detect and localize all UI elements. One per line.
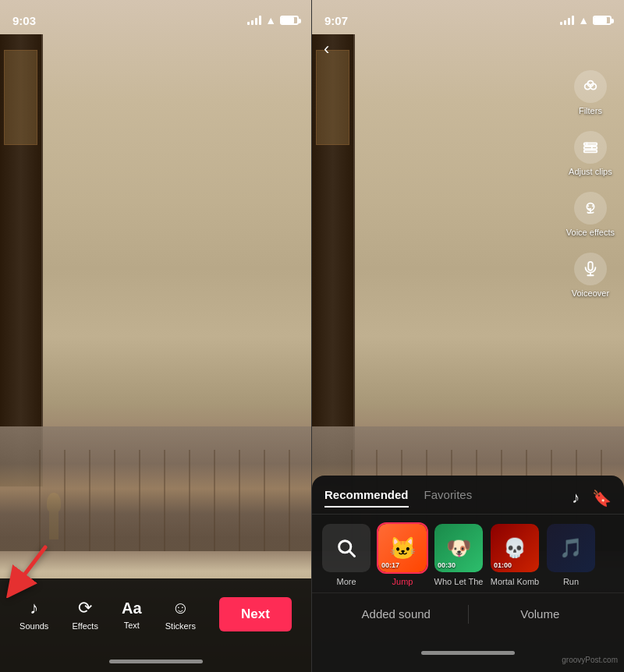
voiceover-icon <box>574 253 607 285</box>
effects-icon: ⟳ <box>78 598 92 618</box>
left-phone: 9:03 ▲ ♪ <box>0 0 312 672</box>
adjust-clips-button[interactable]: Adjust clips <box>566 131 615 176</box>
text-label: Text <box>124 621 140 630</box>
time-left: 9:03 <box>12 14 36 27</box>
watermark: groovyPost.com <box>562 656 618 664</box>
home-bar-right <box>421 651 515 655</box>
svg-rect-13 <box>588 262 593 271</box>
tab-recommended[interactable]: Recommended <box>324 488 409 508</box>
music-panel: Recommended Favorites ♪ 🔖 More <box>312 476 624 672</box>
music-note-icon[interactable]: ♪ <box>572 489 580 507</box>
home-bar-left <box>109 660 203 663</box>
mk-emoji: 💀 <box>503 537 526 559</box>
signal-icon-left <box>247 16 261 25</box>
cabinet-left <box>0 34 43 486</box>
battery-icon-left <box>280 16 299 25</box>
toolbar-text[interactable]: Aa Text <box>122 599 142 630</box>
sound-track-more[interactable]: More <box>321 524 371 586</box>
svg-rect-5 <box>584 143 597 146</box>
status-bar-right: 9:07 ▲ <box>312 0 624 34</box>
filters-icon <box>574 70 607 103</box>
battery-icon-right <box>593 16 612 25</box>
wltd-emoji: 🐶 <box>446 536 471 561</box>
volume-button[interactable]: Volume <box>469 601 612 627</box>
mk-label: Mortal Komb <box>490 577 540 586</box>
sound-track-wltd[interactable]: 🐶 00:30 Who Let The <box>434 524 484 586</box>
cabinet-right <box>312 34 355 486</box>
wltd-label: Who Let The <box>434 577 484 586</box>
next-button[interactable]: Next <box>219 597 292 631</box>
voiceover-button[interactable]: Voiceover <box>566 253 615 298</box>
run-cover: 🎵 <box>547 524 595 572</box>
status-icons-left: ▲ <box>247 14 299 27</box>
toolbar-stickers[interactable]: ☺ Stickers <box>165 598 196 631</box>
jump-cover: 🐱 00:17 <box>378 524 427 572</box>
music-tabs-row: Recommended Favorites ♪ 🔖 <box>312 476 624 515</box>
sound-track-run[interactable]: 🎵 Run <box>546 524 596 586</box>
voice-effects-icon <box>574 192 607 225</box>
effects-label: Effects <box>73 621 98 631</box>
wltd-cover: 🐶 00:30 <box>434 524 483 572</box>
svg-line-17 <box>349 551 354 556</box>
stickers-label: Stickers <box>165 621 196 631</box>
wifi-icon-left: ▲ <box>265 14 276 27</box>
back-arrow-button[interactable]: ‹ <box>324 39 329 59</box>
voice-effects-button[interactable]: Voice effects <box>566 192 615 237</box>
run-emoji: 🎵 <box>559 537 583 559</box>
search-cover <box>322 524 370 572</box>
svg-point-11 <box>587 205 589 207</box>
sound-actions-row: Added sound Volume <box>312 592 624 633</box>
voiceover-label: Voiceover <box>572 288 609 298</box>
jump-label: Jump <box>378 577 427 586</box>
sound-track-jump[interactable]: 🐱 00:17 Jump <box>378 524 427 586</box>
sound-more-label: More <box>321 577 371 586</box>
wltd-time: 00:30 <box>438 561 456 569</box>
filters-label: Filters <box>579 106 602 115</box>
jump-emoji: 🐱 <box>389 536 417 561</box>
run-label: Run <box>546 577 596 586</box>
sounds-label: Sounds <box>20 621 48 631</box>
svg-line-1 <box>16 547 45 586</box>
adjust-clips-icon <box>574 131 607 164</box>
red-arrow-indicator <box>6 543 53 598</box>
rug-pattern-left <box>16 450 296 551</box>
status-bar-left: 9:03 ▲ <box>0 0 311 34</box>
toolbar-effects[interactable]: ⟳ Effects <box>73 598 98 631</box>
home-indicator-left <box>0 650 311 672</box>
svg-rect-7 <box>584 150 597 153</box>
text-icon: Aa <box>122 599 142 617</box>
toolbar-sounds[interactable]: ♪ Sounds <box>20 598 48 631</box>
tab-favorites[interactable]: Favorites <box>424 488 473 508</box>
adjust-clips-label: Adjust clips <box>569 167 612 176</box>
filters-button[interactable]: Filters <box>566 70 615 115</box>
jump-time: 00:17 <box>381 561 399 569</box>
signal-icon-right <box>560 16 574 25</box>
added-sound-button[interactable]: Added sound <box>324 601 468 627</box>
svg-point-12 <box>592 205 594 207</box>
sounds-icon: ♪ <box>30 598 38 618</box>
stickers-icon: ☺ <box>172 598 189 618</box>
svg-rect-6 <box>584 147 597 149</box>
right-phone: 9:07 ▲ ‹ <box>312 0 624 672</box>
mk-time: 01:00 <box>494 561 512 569</box>
sound-track-mk[interactable]: 💀 01:00 Mortal Komb <box>490 524 540 586</box>
voice-effects-label: Voice effects <box>566 228 615 237</box>
wifi-icon-right: ▲ <box>578 14 589 27</box>
sound-tracks-row: More 🐱 00:17 Jump 🐶 00:30 Who Let The <box>312 515 624 592</box>
time-right: 9:07 <box>324 14 348 27</box>
home-indicator-right <box>312 633 624 672</box>
side-menu: Filters Adjust clips <box>566 70 615 298</box>
status-icons-right: ▲ <box>560 14 612 27</box>
mk-cover: 💀 01:00 <box>491 524 539 572</box>
bookmark-icon[interactable]: 🔖 <box>592 489 612 508</box>
